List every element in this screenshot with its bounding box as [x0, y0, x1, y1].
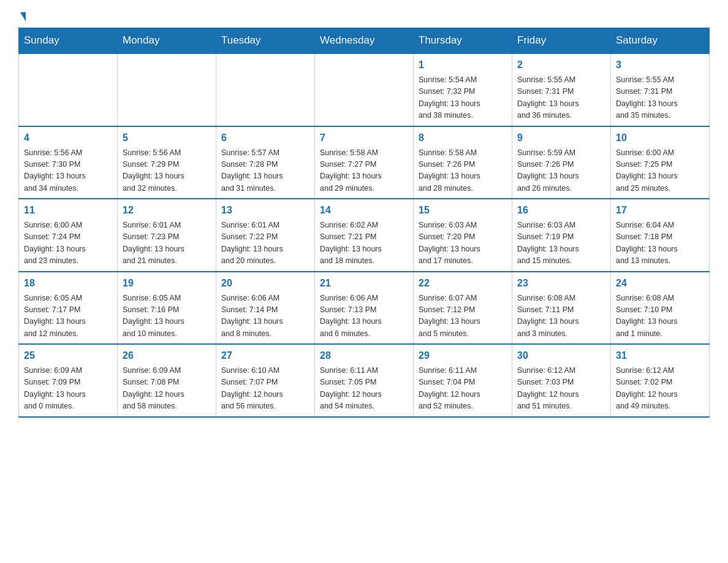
week-row-1: 1Sunrise: 5:54 AMSunset: 7:32 PMDaylight…	[19, 53, 710, 126]
day-info: Sunrise: 6:04 AMSunset: 7:18 PMDaylight:…	[616, 220, 704, 267]
day-number: 22	[419, 276, 507, 291]
day-number: 25	[24, 348, 112, 363]
day-info: Sunrise: 6:05 AMSunset: 7:17 PMDaylight:…	[24, 293, 112, 340]
day-number: 8	[419, 131, 507, 145]
page-header	[18, 12, 710, 21]
day-info: Sunrise: 6:08 AMSunset: 7:11 PMDaylight:…	[517, 293, 605, 340]
day-number: 15	[419, 203, 507, 218]
day-info: Sunrise: 6:01 AMSunset: 7:22 PMDaylight:…	[221, 220, 309, 267]
day-info: Sunrise: 5:55 AMSunset: 7:31 PMDaylight:…	[616, 74, 704, 122]
calendar-cell: 15Sunrise: 6:03 AMSunset: 7:20 PMDayligh…	[414, 199, 512, 272]
calendar-cell: 7Sunrise: 5:58 AMSunset: 7:27 PMDaylight…	[315, 126, 414, 199]
calendar-cell: 27Sunrise: 6:10 AMSunset: 7:07 PMDayligh…	[216, 344, 315, 417]
day-info: Sunrise: 6:09 AMSunset: 7:08 PMDaylight:…	[123, 365, 211, 413]
day-info: Sunrise: 6:09 AMSunset: 7:09 PMDaylight:…	[24, 365, 112, 413]
header-tuesday: Tuesday	[216, 28, 315, 54]
calendar-cell: 26Sunrise: 6:09 AMSunset: 7:08 PMDayligh…	[118, 344, 216, 417]
day-number: 2	[517, 58, 605, 72]
calendar-cell: 20Sunrise: 6:06 AMSunset: 7:14 PMDayligh…	[216, 272, 315, 345]
day-number: 13	[221, 203, 309, 218]
day-number: 21	[320, 276, 408, 291]
header-sunday: Sunday	[19, 28, 118, 54]
calendar-cell: 22Sunrise: 6:07 AMSunset: 7:12 PMDayligh…	[414, 272, 512, 345]
calendar-cell: 4Sunrise: 5:56 AMSunset: 7:30 PMDaylight…	[19, 126, 118, 199]
day-number: 18	[24, 276, 112, 291]
header-wednesday: Wednesday	[315, 28, 414, 54]
calendar-cell: 8Sunrise: 5:58 AMSunset: 7:26 PMDaylight…	[414, 126, 512, 199]
day-number: 19	[123, 276, 211, 291]
day-info: Sunrise: 6:05 AMSunset: 7:16 PMDaylight:…	[123, 293, 211, 340]
calendar-cell: 18Sunrise: 6:05 AMSunset: 7:17 PMDayligh…	[19, 272, 118, 345]
calendar-cell: 14Sunrise: 6:02 AMSunset: 7:21 PMDayligh…	[315, 199, 414, 272]
day-number: 17	[616, 203, 704, 218]
day-number: 4	[24, 131, 112, 145]
day-number: 16	[517, 203, 605, 218]
day-number: 3	[616, 58, 704, 72]
day-info: Sunrise: 6:07 AMSunset: 7:12 PMDaylight:…	[419, 293, 507, 340]
day-number: 6	[221, 131, 309, 145]
calendar-cell: 28Sunrise: 6:11 AMSunset: 7:05 PMDayligh…	[315, 344, 414, 417]
week-row-3: 11Sunrise: 6:00 AMSunset: 7:24 PMDayligh…	[19, 199, 710, 272]
day-info: Sunrise: 5:56 AMSunset: 7:29 PMDaylight:…	[123, 147, 211, 195]
day-info: Sunrise: 6:12 AMSunset: 7:02 PMDaylight:…	[616, 365, 704, 413]
day-info: Sunrise: 6:11 AMSunset: 7:04 PMDaylight:…	[419, 365, 507, 413]
calendar-cell: 2Sunrise: 5:55 AMSunset: 7:31 PMDaylight…	[512, 53, 611, 126]
calendar-cell: 13Sunrise: 6:01 AMSunset: 7:22 PMDayligh…	[216, 199, 315, 272]
calendar-cell: 3Sunrise: 5:55 AMSunset: 7:31 PMDaylight…	[611, 53, 710, 126]
header-friday: Friday	[512, 28, 611, 54]
calendar-cell: 23Sunrise: 6:08 AMSunset: 7:11 PMDayligh…	[512, 272, 611, 345]
day-number: 5	[123, 131, 211, 145]
calendar-cell: 19Sunrise: 6:05 AMSunset: 7:16 PMDayligh…	[118, 272, 216, 345]
day-number: 20	[221, 276, 309, 291]
day-info: Sunrise: 5:57 AMSunset: 7:28 PMDaylight:…	[221, 147, 309, 195]
day-info: Sunrise: 6:00 AMSunset: 7:25 PMDaylight:…	[616, 147, 704, 195]
day-info: Sunrise: 6:12 AMSunset: 7:03 PMDaylight:…	[517, 365, 605, 413]
day-number: 31	[616, 348, 704, 363]
logo	[18, 12, 26, 21]
day-number: 9	[517, 131, 605, 145]
day-info: Sunrise: 5:58 AMSunset: 7:27 PMDaylight:…	[320, 147, 408, 195]
calendar-cell: 24Sunrise: 6:08 AMSunset: 7:10 PMDayligh…	[611, 272, 710, 345]
day-info: Sunrise: 6:08 AMSunset: 7:10 PMDaylight:…	[616, 293, 704, 340]
day-number: 7	[320, 131, 408, 145]
day-number: 26	[123, 348, 211, 363]
calendar-cell: 1Sunrise: 5:54 AMSunset: 7:32 PMDaylight…	[414, 53, 512, 126]
calendar-cell: 25Sunrise: 6:09 AMSunset: 7:09 PMDayligh…	[19, 344, 118, 417]
day-number: 14	[320, 203, 408, 218]
day-info: Sunrise: 6:00 AMSunset: 7:24 PMDaylight:…	[24, 220, 112, 267]
day-info: Sunrise: 5:56 AMSunset: 7:30 PMDaylight:…	[24, 147, 112, 195]
calendar-cell	[216, 53, 315, 126]
calendar-cell: 6Sunrise: 5:57 AMSunset: 7:28 PMDaylight…	[216, 126, 315, 199]
day-info: Sunrise: 6:01 AMSunset: 7:23 PMDaylight:…	[123, 220, 211, 267]
calendar-cell: 30Sunrise: 6:12 AMSunset: 7:03 PMDayligh…	[512, 344, 611, 417]
calendar-cell: 10Sunrise: 6:00 AMSunset: 7:25 PMDayligh…	[611, 126, 710, 199]
day-number: 24	[616, 276, 704, 291]
day-number: 30	[517, 348, 605, 363]
calendar-cell: 31Sunrise: 6:12 AMSunset: 7:02 PMDayligh…	[611, 344, 710, 417]
day-number: 10	[616, 131, 704, 145]
day-info: Sunrise: 5:59 AMSunset: 7:26 PMDaylight:…	[517, 147, 605, 195]
day-number: 23	[517, 276, 605, 291]
day-number: 28	[320, 348, 408, 363]
day-info: Sunrise: 6:03 AMSunset: 7:20 PMDaylight:…	[419, 220, 507, 267]
week-row-2: 4Sunrise: 5:56 AMSunset: 7:30 PMDaylight…	[19, 126, 710, 199]
week-row-5: 25Sunrise: 6:09 AMSunset: 7:09 PMDayligh…	[19, 344, 710, 417]
header-monday: Monday	[118, 28, 216, 54]
day-info: Sunrise: 6:10 AMSunset: 7:07 PMDaylight:…	[221, 365, 309, 413]
day-info: Sunrise: 6:06 AMSunset: 7:13 PMDaylight:…	[320, 293, 408, 340]
calendar-cell: 16Sunrise: 6:03 AMSunset: 7:19 PMDayligh…	[512, 199, 611, 272]
calendar-cell	[19, 53, 118, 126]
calendar-cell: 9Sunrise: 5:59 AMSunset: 7:26 PMDaylight…	[512, 126, 611, 199]
day-number: 1	[419, 58, 507, 72]
day-info: Sunrise: 6:06 AMSunset: 7:14 PMDaylight:…	[221, 293, 309, 340]
calendar-cell: 17Sunrise: 6:04 AMSunset: 7:18 PMDayligh…	[611, 199, 710, 272]
day-info: Sunrise: 5:54 AMSunset: 7:32 PMDaylight:…	[419, 74, 507, 122]
header-saturday: Saturday	[611, 28, 710, 54]
day-info: Sunrise: 5:55 AMSunset: 7:31 PMDaylight:…	[517, 74, 605, 122]
day-number: 12	[123, 203, 211, 218]
calendar-cell	[118, 53, 216, 126]
calendar-cell: 5Sunrise: 5:56 AMSunset: 7:29 PMDaylight…	[118, 126, 216, 199]
day-info: Sunrise: 6:02 AMSunset: 7:21 PMDaylight:…	[320, 220, 408, 267]
calendar-cell: 12Sunrise: 6:01 AMSunset: 7:23 PMDayligh…	[118, 199, 216, 272]
day-number: 11	[24, 203, 112, 218]
